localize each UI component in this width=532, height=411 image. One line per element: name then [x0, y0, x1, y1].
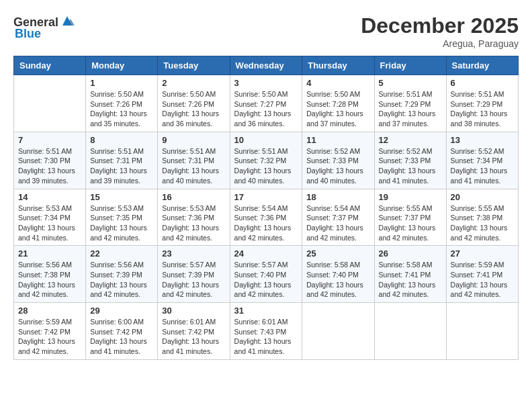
- day-number: 22: [90, 248, 153, 259]
- day-number: 26: [379, 248, 442, 259]
- day-number: 31: [234, 306, 298, 316]
- calendar-cell: 17Sunrise: 5:54 AM Sunset: 7:36 PM Dayli…: [230, 189, 302, 246]
- day-number: 25: [306, 248, 369, 259]
- calendar-cell: [374, 303, 446, 360]
- logo: General Blue: [13, 13, 75, 41]
- calendar-cell: 24Sunrise: 5:57 AM Sunset: 7:40 PM Dayli…: [230, 246, 302, 303]
- weekday-header-friday: Friday: [374, 56, 446, 75]
- calendar-cell: 29Sunrise: 6:00 AM Sunset: 7:42 PM Dayli…: [86, 303, 158, 360]
- weekday-header-tuesday: Tuesday: [158, 56, 230, 75]
- day-number: 6: [451, 78, 514, 88]
- day-number: 18: [306, 192, 369, 202]
- day-info: Sunrise: 5:50 AM Sunset: 7:26 PM Dayligh…: [90, 89, 153, 129]
- calendar-week-row: 7Sunrise: 5:51 AM Sunset: 7:30 PM Daylig…: [14, 132, 519, 189]
- day-number: 5: [379, 78, 442, 88]
- calendar-week-row: 21Sunrise: 5:56 AM Sunset: 7:38 PM Dayli…: [14, 246, 519, 303]
- calendar-cell: 12Sunrise: 5:52 AM Sunset: 7:33 PM Dayli…: [374, 132, 446, 189]
- day-info: Sunrise: 5:57 AM Sunset: 7:39 PM Dayligh…: [162, 260, 225, 300]
- day-info: Sunrise: 5:52 AM Sunset: 7:33 PM Dayligh…: [379, 146, 442, 186]
- calendar-cell: 2Sunrise: 5:50 AM Sunset: 7:26 PM Daylig…: [158, 75, 230, 132]
- day-number: 21: [18, 248, 81, 259]
- calendar-cell: 4Sunrise: 5:50 AM Sunset: 7:28 PM Daylig…: [302, 75, 374, 132]
- calendar-cell: 15Sunrise: 5:53 AM Sunset: 7:35 PM Dayli…: [86, 189, 158, 246]
- day-number: 11: [306, 135, 369, 145]
- calendar-cell: [446, 303, 518, 360]
- day-number: 3: [234, 78, 298, 88]
- day-number: 16: [162, 192, 225, 202]
- logo-blue: Blue: [15, 27, 41, 41]
- day-number: 20: [451, 192, 514, 202]
- calendar-cell: 22Sunrise: 5:56 AM Sunset: 7:39 PM Dayli…: [86, 246, 158, 303]
- calendar-cell: 14Sunrise: 5:53 AM Sunset: 7:34 PM Dayli…: [14, 189, 86, 246]
- day-info: Sunrise: 5:58 AM Sunset: 7:41 PM Dayligh…: [379, 260, 442, 300]
- day-info: Sunrise: 5:52 AM Sunset: 7:33 PM Dayligh…: [306, 146, 369, 186]
- calendar-cell: 21Sunrise: 5:56 AM Sunset: 7:38 PM Dayli…: [14, 246, 86, 303]
- day-number: 29: [90, 306, 153, 316]
- day-number: 14: [18, 192, 81, 202]
- day-info: Sunrise: 5:54 AM Sunset: 7:36 PM Dayligh…: [234, 203, 298, 243]
- day-info: Sunrise: 5:55 AM Sunset: 7:38 PM Dayligh…: [451, 203, 514, 243]
- calendar-week-row: 1Sunrise: 5:50 AM Sunset: 7:26 PM Daylig…: [14, 75, 519, 132]
- logo-icon: [60, 13, 75, 28]
- day-number: 10: [234, 135, 298, 145]
- weekday-header-sunday: Sunday: [14, 56, 86, 75]
- calendar-week-row: 28Sunrise: 5:59 AM Sunset: 7:42 PM Dayli…: [14, 303, 519, 360]
- day-number: 7: [18, 135, 81, 145]
- weekday-header-wednesday: Wednesday: [230, 56, 302, 75]
- calendar-cell: 3Sunrise: 5:50 AM Sunset: 7:27 PM Daylig…: [230, 75, 302, 132]
- calendar-cell: 19Sunrise: 5:55 AM Sunset: 7:37 PM Dayli…: [374, 189, 446, 246]
- calendar-cell: 11Sunrise: 5:52 AM Sunset: 7:33 PM Dayli…: [302, 132, 374, 189]
- calendar-cell: [14, 75, 86, 132]
- calendar-cell: 9Sunrise: 5:51 AM Sunset: 7:31 PM Daylig…: [158, 132, 230, 189]
- day-number: 12: [379, 135, 442, 145]
- day-number: 1: [90, 78, 153, 88]
- day-number: 13: [451, 135, 514, 145]
- calendar-cell: 18Sunrise: 5:54 AM Sunset: 7:37 PM Dayli…: [302, 189, 374, 246]
- day-info: Sunrise: 5:58 AM Sunset: 7:40 PM Dayligh…: [306, 260, 369, 300]
- day-info: Sunrise: 5:55 AM Sunset: 7:37 PM Dayligh…: [379, 203, 442, 243]
- calendar-cell: 20Sunrise: 5:55 AM Sunset: 7:38 PM Dayli…: [446, 189, 518, 246]
- month-title: December 2025: [361, 13, 519, 38]
- calendar-cell: 27Sunrise: 5:59 AM Sunset: 7:41 PM Dayli…: [446, 246, 518, 303]
- day-info: Sunrise: 5:53 AM Sunset: 7:36 PM Dayligh…: [162, 203, 225, 243]
- day-number: 28: [18, 306, 81, 316]
- day-number: 8: [90, 135, 153, 145]
- weekday-header-monday: Monday: [86, 56, 158, 75]
- day-number: 4: [306, 78, 369, 88]
- day-info: Sunrise: 5:56 AM Sunset: 7:38 PM Dayligh…: [18, 260, 81, 300]
- day-info: Sunrise: 5:57 AM Sunset: 7:40 PM Dayligh…: [234, 260, 298, 300]
- weekday-header-thursday: Thursday: [302, 56, 374, 75]
- day-number: 17: [234, 192, 298, 202]
- title-section: December 2025 Aregua, Paraguay: [361, 13, 519, 49]
- day-info: Sunrise: 6:01 AM Sunset: 7:43 PM Dayligh…: [234, 317, 298, 357]
- day-info: Sunrise: 5:51 AM Sunset: 7:29 PM Dayligh…: [379, 89, 442, 129]
- day-number: 15: [90, 192, 153, 202]
- day-info: Sunrise: 5:51 AM Sunset: 7:29 PM Dayligh…: [451, 89, 514, 129]
- day-number: 27: [451, 248, 514, 259]
- day-info: Sunrise: 5:52 AM Sunset: 7:34 PM Dayligh…: [451, 146, 514, 186]
- day-info: Sunrise: 5:59 AM Sunset: 7:41 PM Dayligh…: [451, 260, 514, 300]
- calendar-cell: 10Sunrise: 5:51 AM Sunset: 7:32 PM Dayli…: [230, 132, 302, 189]
- calendar-cell: 8Sunrise: 5:51 AM Sunset: 7:31 PM Daylig…: [86, 132, 158, 189]
- day-info: Sunrise: 5:50 AM Sunset: 7:27 PM Dayligh…: [234, 89, 298, 129]
- calendar-cell: 16Sunrise: 5:53 AM Sunset: 7:36 PM Dayli…: [158, 189, 230, 246]
- day-info: Sunrise: 5:59 AM Sunset: 7:42 PM Dayligh…: [18, 317, 81, 357]
- day-info: Sunrise: 6:01 AM Sunset: 7:42 PM Dayligh…: [162, 317, 225, 357]
- day-info: Sunrise: 5:50 AM Sunset: 7:26 PM Dayligh…: [162, 89, 225, 129]
- calendar-table: SundayMondayTuesdayWednesdayThursdayFrid…: [13, 56, 519, 360]
- day-info: Sunrise: 5:56 AM Sunset: 7:39 PM Dayligh…: [90, 260, 153, 300]
- calendar-cell: 5Sunrise: 5:51 AM Sunset: 7:29 PM Daylig…: [374, 75, 446, 132]
- calendar-cell: 30Sunrise: 6:01 AM Sunset: 7:42 PM Dayli…: [158, 303, 230, 360]
- day-info: Sunrise: 5:51 AM Sunset: 7:32 PM Dayligh…: [234, 146, 298, 186]
- calendar-week-row: 14Sunrise: 5:53 AM Sunset: 7:34 PM Dayli…: [14, 189, 519, 246]
- day-info: Sunrise: 6:00 AM Sunset: 7:42 PM Dayligh…: [90, 317, 153, 357]
- calendar-cell: 7Sunrise: 5:51 AM Sunset: 7:30 PM Daylig…: [14, 132, 86, 189]
- calendar-cell: 13Sunrise: 5:52 AM Sunset: 7:34 PM Dayli…: [446, 132, 518, 189]
- calendar-cell: [302, 303, 374, 360]
- calendar-cell: 6Sunrise: 5:51 AM Sunset: 7:29 PM Daylig…: [446, 75, 518, 132]
- day-info: Sunrise: 5:51 AM Sunset: 7:31 PM Dayligh…: [162, 146, 225, 186]
- day-info: Sunrise: 5:51 AM Sunset: 7:31 PM Dayligh…: [90, 146, 153, 186]
- day-number: 23: [162, 248, 225, 259]
- location: Aregua, Paraguay: [361, 38, 519, 49]
- day-info: Sunrise: 5:54 AM Sunset: 7:37 PM Dayligh…: [306, 203, 369, 243]
